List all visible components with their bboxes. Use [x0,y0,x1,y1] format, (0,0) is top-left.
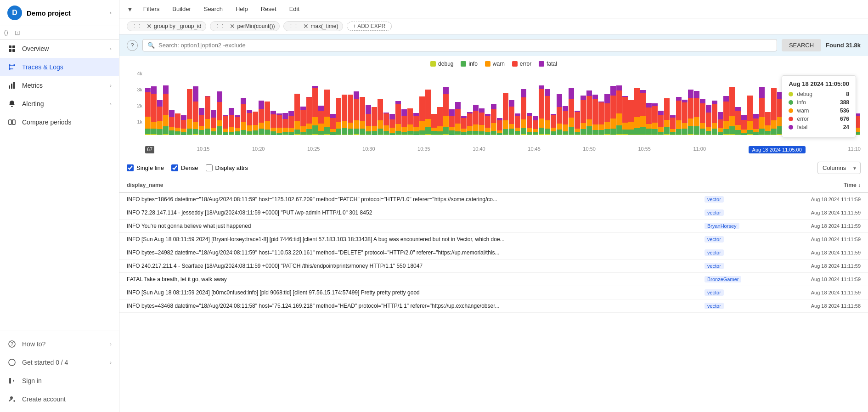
chart-bar [271,111,276,135]
table-row[interactable]: INFO 72.28.147.114 - jesseddy [18/Aug/20… [119,206,868,220]
tag-badge[interactable]: BronzeGamer [705,276,741,282]
bar-segment [443,94,449,116]
x-label-1045: 10:45 [528,146,541,153]
filter-icon: ▼ [127,6,133,13]
sidebar-item-compare-periods[interactable]: Compare periods [0,113,119,131]
builder-button[interactable]: Builder [169,4,193,14]
project-chevron-icon[interactable]: › [110,10,112,16]
bar-segment [223,129,228,132]
edit-button[interactable]: Edit [287,4,302,14]
sidebar-item-how-to[interactable]: ? How to? › [0,335,119,353]
chip-close-1[interactable]: ✕ [147,23,152,30]
sidebar-item-sign-in[interactable]: Sign in [0,372,119,390]
table-row[interactable]: INFO 240.217.211.4 - Scarface [18/Aug/20… [119,260,868,273]
bar-segment [610,96,616,119]
bar-segment [187,135,192,135]
svg-rect-13 [9,120,11,124]
bar-segment [271,111,276,114]
chart-bar [616,85,622,135]
table-row[interactable]: INFO bytes=24982 datetime="18/Aug/2024:0… [119,246,868,260]
columns-select[interactable]: Columns [817,162,861,174]
legend-error: error [512,61,531,67]
bar-segment [586,119,592,126]
sidebar-item-create-account[interactable]: Create account [0,390,119,408]
sidebar-item-traces-logs[interactable]: Traces & Logs [0,58,119,76]
search-button[interactable]: Search [201,4,225,14]
search-execute-button[interactable]: SEARCH [782,39,821,51]
table-row[interactable]: INFO You're not gonna believe what just … [119,220,868,233]
tooltip-dot-info [789,100,793,105]
chart-bars [145,71,861,135]
tag-badge[interactable]: vector [705,303,724,309]
tag-badge[interactable]: BryanHorsey [705,223,739,229]
chart-bar [509,100,514,135]
tag-badge[interactable]: vector [705,209,724,216]
collapse-arrows-icon[interactable]: ⟨⟩ [4,29,8,36]
sidebar-item-get-started[interactable]: Get started 0 / 4 › [0,353,119,372]
table-row[interactable]: FATAL Take a breath, let it go, walk awa… [119,273,868,286]
bar-segment [473,131,479,135]
chart-area: debug info warn error fatal 4k 3k [119,56,868,158]
table-row[interactable]: INFO [Sun Aug 18 08:11:59 2024] [BryanHo… [119,233,868,246]
table-row[interactable]: INFO bytes=43468 datetime="18/Aug/2024:0… [119,299,868,313]
tag-badge[interactable]: vector [705,236,724,243]
bar-segment [533,120,538,129]
bar-segment [664,127,670,134]
chart-bar [431,114,437,135]
chip-close-2[interactable]: ✕ [230,23,235,30]
bar-segment [616,134,622,135]
bar-segment [759,117,765,129]
reset-button[interactable]: Reset [258,4,279,14]
display-attrs-checkbox[interactable] [206,164,213,171]
metrics-arrow-icon: › [110,83,112,88]
bar-segment [700,135,705,135]
bar-segment [729,126,735,134]
chart-bar [581,96,586,135]
chart-bar [676,97,682,135]
table-row[interactable]: INFO bytes=18646 datetime="18/Aug/2024:0… [119,192,868,206]
grid-icon [7,44,17,53]
layout-icon[interactable]: ⊡ [15,29,20,36]
bar-segment [521,128,526,134]
bar-segment [515,135,520,135]
bar-segment [503,120,508,129]
display-attrs-checkbox-group[interactable]: Display attrs [206,164,248,171]
chart-bar [521,89,526,135]
bar-segment [336,122,342,129]
bar-segment [676,120,682,129]
tag-badge[interactable]: vector [705,263,724,269]
search-help-button[interactable]: ? [127,40,138,51]
bar-segment [467,113,473,126]
bar-segment [700,103,705,123]
tag-badge[interactable]: vector [705,249,724,256]
time-cell: Aug 18 2024 11:11:59 [773,246,868,260]
tag-badge[interactable]: vector [705,196,724,203]
legend-fatal: fatal [539,61,557,67]
dense-checkbox[interactable] [171,164,178,171]
svg-rect-11 [11,84,12,89]
bar-segment [312,117,318,125]
chip-close-3[interactable]: ✕ [303,23,309,30]
table-row[interactable]: INFO [Sun Aug 18 08:11:59 2024] [b0rnc0n… [119,286,868,299]
add-expr-button[interactable]: + ADD EXPR [347,22,391,31]
bar-segment [700,123,705,129]
dense-checkbox-group[interactable]: Dense [171,164,198,171]
sidebar-item-alerting[interactable]: Alerting › [0,95,119,113]
bar-segment [348,123,353,129]
filters-button[interactable]: Filters [141,4,162,14]
search-input[interactable] [158,42,772,49]
help-button[interactable]: Help [233,4,251,14]
single-line-checkbox-group[interactable]: Single line [127,164,164,171]
single-line-checkbox[interactable] [127,164,134,171]
bar-segment [419,135,425,135]
bar-segment [157,129,163,135]
bar-segment [694,91,699,98]
bar-segment [169,130,175,135]
bar-segment [533,129,538,132]
sidebar-item-label-compare: Compare periods [22,119,112,126]
sidebar-item-overview[interactable]: Overview › [0,40,119,58]
bar-segment [145,92,151,117]
tag-badge[interactable]: vector [705,289,724,296]
sidebar-item-metrics[interactable]: Metrics › [0,76,119,95]
chart-bar [282,113,288,135]
